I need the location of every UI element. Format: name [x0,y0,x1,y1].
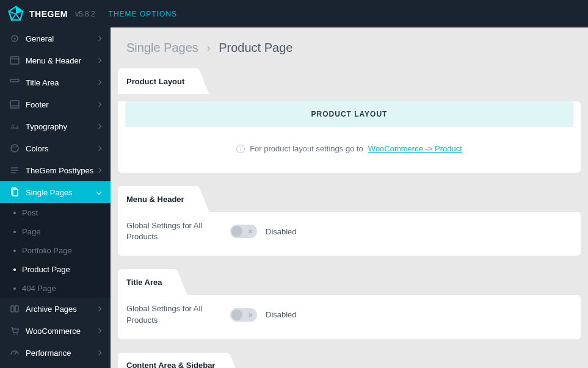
sidebar-subitem-label: Post [22,208,38,217]
sidebar-subitem-portfolio[interactable]: Portfolio Page [0,241,111,260]
chevron-right-icon [96,124,101,129]
breadcrumb-current: Product Page [219,41,292,55]
sidebar-subitem-post[interactable]: Post [0,203,111,222]
sidebar-item-colors[interactable]: Colors [0,137,111,159]
sidebar-item-archive-pages[interactable]: Archive Pages [0,298,111,320]
setting-row-title-area: Global Settings for All Products ✕ Disab… [118,295,581,325]
type-icon: Aa [10,121,20,131]
chevron-right-icon [96,328,101,333]
svg-rect-19 [13,189,18,196]
sidebar-item-title-area[interactable]: Title Area [0,71,111,93]
sidebar-item-label: WooCommerce [26,327,97,336]
svg-point-23 [16,334,18,335]
panel-title-text: Title Area [126,278,162,287]
footer-icon [10,99,20,109]
sidebar-subitem-label: Page [22,227,40,236]
sidebar-item-label: Typography [26,122,97,131]
svg-point-5 [14,38,16,40]
svg-rect-6 [10,57,19,64]
sidebar-subitem-page[interactable]: Page [0,222,111,241]
product-layout-banner[interactable]: PRODUCT LAYOUT [125,101,573,127]
sidebar-item-label: Menu & Header [26,56,97,65]
posttype-icon [10,165,20,175]
logo: THEGEM v5.8.2 THEME OPTIONS [7,5,177,23]
setting-label: Global Settings for All Products [126,220,218,242]
sidebar-subitem-label: 404 Page [22,284,56,293]
sidebar-item-label: Colors [26,144,97,153]
title-icon [10,78,20,87]
sidebar-item-label: General [26,34,97,43]
sidebar-item-label: Single Pages [26,188,97,197]
svg-point-22 [13,334,15,335]
sidebar-item-footer[interactable]: Footer [0,93,111,115]
toggle-knob [231,226,242,237]
sidebar-item-woocommerce[interactable]: WooCommerce [0,320,111,342]
sidebar-item-posttypes[interactable]: TheGem Posttypes [0,159,111,181]
panel-title-product-layout: Product Layout [118,68,195,94]
sidebar-item-performance[interactable]: Performance [0,342,111,364]
sidebar-subitem-label: Portfolio Page [22,246,72,255]
sidebar-item-label: TheGem Posttypes [26,166,97,175]
panel-title-menu-header: Menu & Header [118,186,195,212]
svg-rect-20 [11,306,14,312]
toggle-menu-header-global[interactable]: ✕ [230,225,257,238]
breadcrumb-separator: › [207,43,210,54]
chevron-right-icon [96,146,101,151]
chevron-right-icon [96,350,101,355]
woocommerce-product-link[interactable]: WooCommerce -> Product [368,144,462,153]
close-icon: ✕ [248,228,253,235]
toggle-knob [231,309,242,320]
brand-name: THEGEM [29,9,68,19]
chevron-right-icon [96,36,101,41]
panel-title-text: Menu & Header [126,195,184,204]
toggle-state-label: Disabled [266,227,297,236]
svg-rect-21 [15,306,18,312]
breadcrumb: Single Pages › Product Page [111,27,588,68]
setting-label: Global Settings for All Products [126,303,218,325]
chevron-right-icon [96,58,101,63]
breadcrumb-parent[interactable]: Single Pages [126,41,198,55]
svg-line-3 [16,14,20,20]
chevron-right-icon [96,306,101,311]
panel-title-text: Content Area & Sidebar [126,361,215,368]
svg-point-12 [11,145,18,152]
gear-icon [10,34,20,43]
toggle-state-label: Disabled [266,310,297,319]
sidebar-submenu: Post Page Portfolio Page Product Page 40… [0,203,111,298]
sidebar-item-general[interactable]: General [0,27,111,49]
sidebar: General Menu & Header Title Area Footer [0,27,111,368]
chevron-right-icon [96,80,101,85]
sidebar-subitem-product-page[interactable]: Product Page [0,260,111,279]
chevron-right-icon [96,168,101,173]
theme-options-label[interactable]: THEME OPTIONS [109,10,177,18]
layout-icon [10,56,20,65]
svg-line-24 [15,352,16,355]
svg-rect-8 [10,79,19,82]
archive-icon [10,304,20,314]
panel-title-content-sidebar: Content Area & Sidebar [118,353,226,368]
pages-icon [10,187,20,197]
sidebar-item-menu-header[interactable]: Menu & Header [0,49,111,71]
sidebar-item-label: Title Area [26,78,97,87]
sidebar-item-label: Footer [26,100,97,109]
svg-point-13 [13,146,14,148]
panel-title-title-area: Title Area [118,269,173,295]
toggle-title-area-global[interactable]: ✕ [230,308,257,322]
palette-icon [10,143,20,153]
topbar: THEGEM v5.8.2 THEME OPTIONS [0,0,588,27]
logo-icon [7,5,24,23]
info-text: For product layout settings go to [250,144,363,153]
main-content: Single Pages › Product Page Product Layo… [111,27,588,368]
chevron-right-icon [96,102,101,107]
svg-rect-9 [10,101,19,108]
version-label: v5.8.2 [75,10,95,18]
performance-icon [10,348,20,358]
sidebar-item-typography[interactable]: Aa Typography [0,115,111,137]
panel-title-text: Product Layout [126,77,184,86]
sidebar-item-label: Performance [26,348,97,358]
info-row: i For product layout settings go to WooC… [118,127,581,159]
sidebar-subitem-label: Product Page [22,265,70,274]
sidebar-item-single-pages[interactable]: Single Pages [0,181,111,203]
sidebar-subitem-404[interactable]: 404 Page [0,279,111,298]
close-icon: ✕ [248,311,253,318]
